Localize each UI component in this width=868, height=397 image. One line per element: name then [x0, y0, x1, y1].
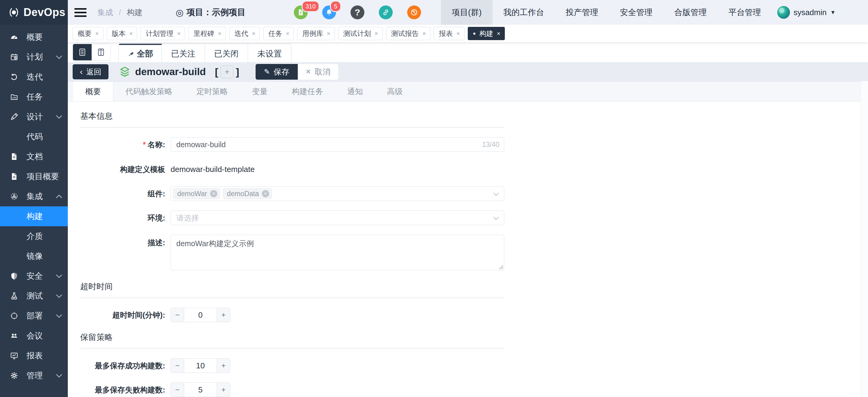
open-tab-构建[interactable]: ●构建× [468, 27, 505, 40]
filter-tab-label: 未设置 [257, 48, 282, 59]
user-menu[interactable]: sysadmin ▼ [772, 6, 844, 19]
tag-close-icon[interactable]: × [210, 190, 217, 197]
open-tab-计划管理[interactable]: ●计划管理× [141, 27, 185, 40]
link-icon[interactable] [379, 5, 393, 19]
increment-button[interactable]: + [217, 359, 230, 373]
add-button[interactable]: + [221, 65, 233, 78]
sidebar-item-test[interactable]: 测试 [0, 286, 68, 306]
close-icon[interactable]: × [375, 30, 378, 37]
help-icon[interactable]: ? [350, 5, 364, 19]
close-icon[interactable]: × [95, 30, 99, 37]
save-button[interactable]: ✎ 保存 [255, 64, 298, 80]
bracket-open: [ [215, 66, 218, 78]
brand-logo[interactable]: DevOps [0, 0, 68, 25]
tag-close-icon[interactable]: × [262, 190, 269, 197]
topnav-item[interactable]: 投产管理 [555, 0, 609, 25]
breadcrumb-current[interactable]: 构建 [127, 8, 143, 17]
cancel-x-icon: ✕ [306, 68, 311, 76]
close-icon[interactable]: × [177, 30, 181, 37]
detail-tab-概要[interactable]: 概要 [73, 82, 113, 102]
open-tab-版本[interactable]: ●版本× [107, 27, 137, 40]
decrement-button[interactable]: − [171, 359, 184, 373]
documents-icon[interactable]: 310 [294, 5, 308, 19]
increment-button[interactable]: + [217, 308, 230, 322]
timeout-value[interactable]: 0 [184, 308, 217, 322]
sidebar-item-security[interactable]: 安全 [0, 266, 68, 286]
close-icon[interactable]: × [129, 30, 133, 37]
no-debug-icon[interactable] [407, 5, 421, 19]
detail-tab-通知[interactable]: 通知 [335, 82, 375, 102]
environment-select[interactable]: 请选择 [170, 210, 504, 225]
close-icon[interactable]: × [252, 30, 255, 37]
devops-logo-icon [8, 6, 20, 19]
sidebar-item-image[interactable]: 镜像 [0, 246, 68, 266]
name-input[interactable] [170, 137, 504, 152]
sidebar-item-design[interactable]: 设计 [0, 107, 68, 127]
filter-tab-已关闭[interactable]: 已关闭 [205, 44, 248, 62]
close-icon[interactable]: × [423, 30, 426, 37]
decrement-button[interactable]: − [171, 308, 184, 322]
topnav-item[interactable]: 平台管理 [718, 0, 772, 25]
increment-button[interactable]: + [217, 383, 230, 397]
close-icon[interactable]: × [456, 30, 460, 37]
sidebar-item-media[interactable]: 介质 [0, 226, 68, 246]
filter-tab-未设置[interactable]: 未设置 [248, 44, 291, 62]
close-icon[interactable]: × [327, 30, 330, 37]
back-button[interactable]: ‹ 返回 [73, 64, 108, 79]
open-tab-报表[interactable]: ●报表× [434, 27, 464, 40]
sidebar-item-admin[interactable]: 管理 [0, 366, 68, 386]
sidebar-item-build[interactable]: 构建 [0, 206, 68, 226]
topnav-item[interactable]: 安全管理 [609, 0, 663, 25]
required-mark: * [143, 140, 146, 149]
topnav-item[interactable]: 合版管理 [663, 0, 718, 25]
components-select[interactable]: demoWar×demoData× [170, 187, 504, 201]
sidebar-item-meeting[interactable]: 会议 [0, 326, 68, 346]
close-icon[interactable]: × [218, 30, 221, 37]
chevron-down-icon [493, 216, 499, 220]
topnav-item[interactable]: 项目(群) [441, 0, 493, 25]
template-label: 构建定义模板 [80, 164, 170, 174]
app-root: DevOps 概要计划迭代任务设计代码文档项目概要集成构建介质镜像安全测试部署会… [0, 0, 868, 397]
open-tab-用例库[interactable]: ●用例库× [297, 27, 335, 40]
breadcrumb-parent[interactable]: 集成 [97, 8, 113, 17]
sidebar-item-document[interactable]: 文档 [0, 147, 68, 167]
close-icon[interactable]: × [497, 30, 501, 37]
max-failed-value[interactable]: 5 [184, 383, 217, 397]
filter-tab-全部[interactable]: 全部 [119, 44, 162, 62]
tab-label: 构建 [479, 29, 493, 38]
cancel-button[interactable]: ✕ 取消 [298, 64, 338, 80]
project-label[interactable]: ◎ 项目：示例项目 [176, 7, 246, 18]
sidebar-item-integration[interactable]: 集成 [0, 187, 68, 206]
sidebar-item-overview[interactable]: 概要 [0, 27, 68, 47]
sidebar-item-deploy[interactable]: 部署 [0, 306, 68, 326]
close-icon[interactable]: × [286, 30, 289, 37]
sidebar-item-report[interactable]: 报表 [0, 346, 68, 366]
detail-tab-高级[interactable]: 高级 [375, 82, 415, 102]
board-view-button[interactable] [92, 44, 110, 60]
open-tab-任务[interactable]: ●任务× [263, 27, 294, 40]
detail-tab-变量[interactable]: 变量 [240, 82, 280, 102]
active-dot: ● [473, 31, 476, 36]
vertical-scrollbar[interactable] [861, 82, 868, 397]
sidebar-item-project-overview[interactable]: 项目概要 [0, 167, 68, 187]
decrement-button[interactable]: − [171, 383, 184, 397]
sidebar-item-iteration[interactable]: 迭代 [0, 67, 68, 87]
sidebar-item-task[interactable]: 任务 [0, 87, 68, 107]
filter-tab-已关注[interactable]: 已关注 [162, 44, 205, 62]
detail-tab-定时策略[interactable]: 定时策略 [184, 82, 240, 102]
sidebar-item-plan[interactable]: 计划 [0, 47, 68, 67]
detail-tab-代码触发策略[interactable]: 代码触发策略 [113, 82, 184, 102]
list-view-button[interactable] [73, 44, 92, 60]
detail-tab-构建任务[interactable]: 构建任务 [280, 82, 335, 102]
open-tab-测试计划[interactable]: ●测试计划× [338, 27, 383, 40]
open-tab-迭代[interactable]: ●迭代× [229, 27, 260, 40]
topnav-item[interactable]: 我的工作台 [493, 0, 555, 25]
sidebar-item-code[interactable]: 代码 [0, 127, 68, 147]
description-textarea[interactable]: demoWar构建定义示例 [170, 235, 504, 270]
notifications-bell-icon[interactable]: 5 [322, 5, 336, 19]
hamburger-menu-icon[interactable] [74, 6, 87, 19]
open-tab-测试报告[interactable]: ●测试报告× [386, 27, 431, 40]
open-tab-概要[interactable]: ●概要× [73, 27, 103, 40]
max-success-value[interactable]: 10 [184, 359, 217, 373]
open-tab-里程碑[interactable]: ●里程碑× [188, 27, 226, 40]
